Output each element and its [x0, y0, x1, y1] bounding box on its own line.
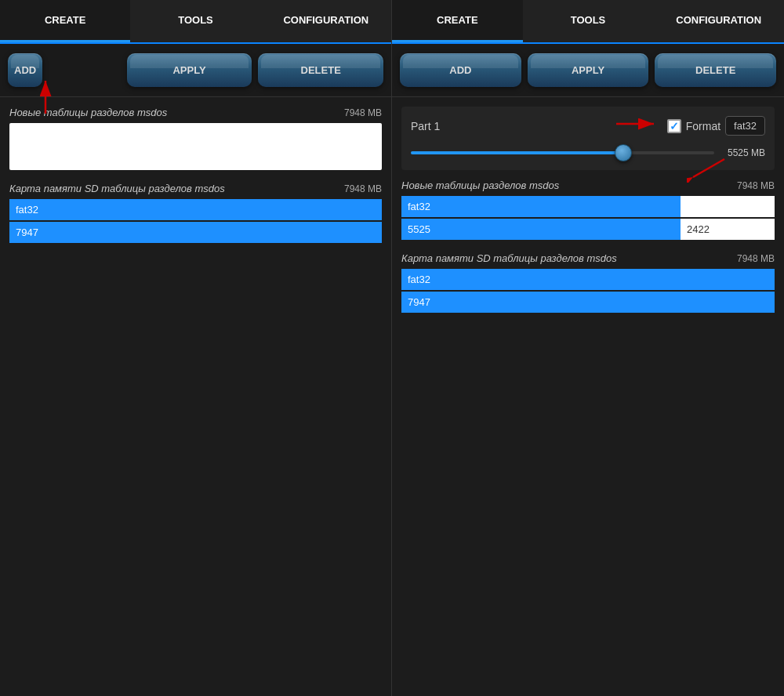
left-tab-create[interactable]: CREATE [0, 0, 130, 42]
size-value-container: 5525 MB [722, 147, 765, 158]
left-sd-table-size: 7948 MB [344, 183, 382, 194]
right-tab-tools[interactable]: TOOLS [523, 0, 654, 42]
format-checkbox[interactable] [667, 119, 681, 133]
left-new-table-box [9, 123, 382, 170]
part-config-header: Part 1 [411, 116, 765, 136]
list-item[interactable]: fat32 [9, 199, 382, 220]
partition-split-sizes: 5525 2422 [401, 219, 775, 240]
left-tab-configuration[interactable]: CONFIGURATION [261, 0, 391, 42]
list-item[interactable]: 7947 [9, 222, 382, 243]
format-label: Format [686, 120, 720, 132]
right-tab-configuration[interactable]: CONFIGURATION [653, 0, 784, 42]
right-tabs: CREATE TOOLS CONFIGURATION [392, 0, 784, 44]
left-content: Новые таблицы разделов msdos 7948 MB Кар… [0, 97, 391, 696]
right-sd-partition-list: fat32 7947 [401, 269, 775, 313]
left-tabs: CREATE TOOLS CONFIGURATION [0, 0, 391, 44]
right-sd-table-size: 7948 MB [737, 253, 775, 264]
split-part-size[interactable]: 5525 [401, 219, 681, 240]
left-sd-table-title: Карта памяти SD таблицы разделов msdos [9, 183, 225, 194]
left-new-table-header: Новые таблицы разделов msdos 7948 MB [9, 107, 382, 118]
size-slider[interactable] [411, 145, 714, 161]
left-apply-button[interactable]: APPLY [127, 53, 252, 87]
left-new-table-title: Новые таблицы разделов msdos [9, 107, 167, 118]
slider-thumb[interactable] [615, 144, 632, 161]
format-check-group: Format [667, 119, 720, 133]
left-delete-button[interactable]: DELETE [258, 53, 383, 87]
format-value[interactable]: fat32 [725, 116, 765, 136]
list-item[interactable]: fat32 [401, 269, 775, 290]
right-add-button[interactable]: ADD [400, 53, 521, 87]
left-sd-table-header: Карта памяти SD таблицы разделов msdos 7… [9, 183, 382, 194]
left-sd-partition-list: fat32 7947 [9, 199, 382, 243]
right-toolbar: ADD APPLY DELETE [392, 44, 784, 97]
left-add-button[interactable]: ADD [8, 53, 42, 87]
slider-fill [411, 151, 623, 154]
right-sd-table-title: Карта памяти SD таблицы разделов msdos [401, 252, 617, 264]
part-config-card: Part 1 [401, 107, 775, 170]
right-sd-table-header: Карта памяти SD таблицы разделов msdos 7… [401, 252, 775, 264]
right-apply-button[interactable]: APPLY [528, 53, 649, 87]
size-slider-row: 5525 MB [411, 145, 765, 161]
left-new-table-size: 7948 MB [344, 107, 382, 118]
slider-track [411, 151, 714, 154]
size-display: 5525 MB [722, 147, 765, 158]
right-tab-create[interactable]: CREATE [392, 0, 523, 42]
list-item[interactable]: 7947 [401, 292, 775, 313]
right-content: Part 1 [392, 97, 784, 696]
right-delete-button[interactable]: DELETE [655, 53, 776, 87]
right-new-table-partitions: fat32 5525 2422 [401, 196, 775, 240]
left-toolbar: ADD APPLY DELETE [0, 44, 391, 97]
partition-split-row: fat32 [401, 196, 775, 217]
right-panel: CREATE TOOLS CONFIGURATION ADD APPLY DEL… [392, 0, 784, 696]
format-arrow-annotation [616, 108, 663, 143]
split-part-b [681, 196, 775, 217]
part-name-label: Part 1 [411, 120, 440, 132]
left-panel: CREATE TOOLS CONFIGURATION ADD APPLY DEL… [0, 0, 392, 696]
split-part-b-size: 2422 [681, 219, 775, 240]
right-new-table-header: Новые таблицы разделов msdos 7948 MB [401, 179, 775, 191]
right-new-table-size: 7948 MB [737, 180, 775, 191]
right-new-table-title: Новые таблицы разделов msdos [401, 179, 559, 191]
left-tab-tools[interactable]: TOOLS [130, 0, 260, 42]
svg-line-5 [693, 159, 724, 177]
split-part-type[interactable]: fat32 [401, 196, 681, 217]
